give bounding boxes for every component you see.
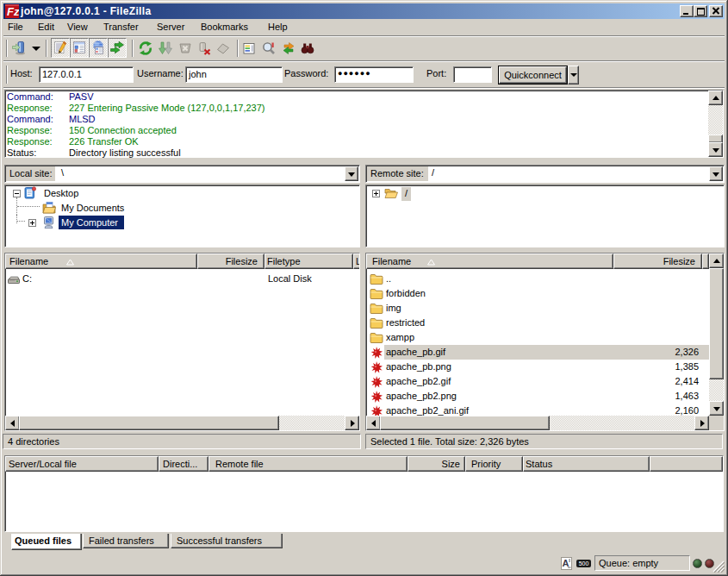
svg-text:A: A <box>563 558 569 568</box>
svg-text:Fz: Fz <box>7 5 19 18</box>
